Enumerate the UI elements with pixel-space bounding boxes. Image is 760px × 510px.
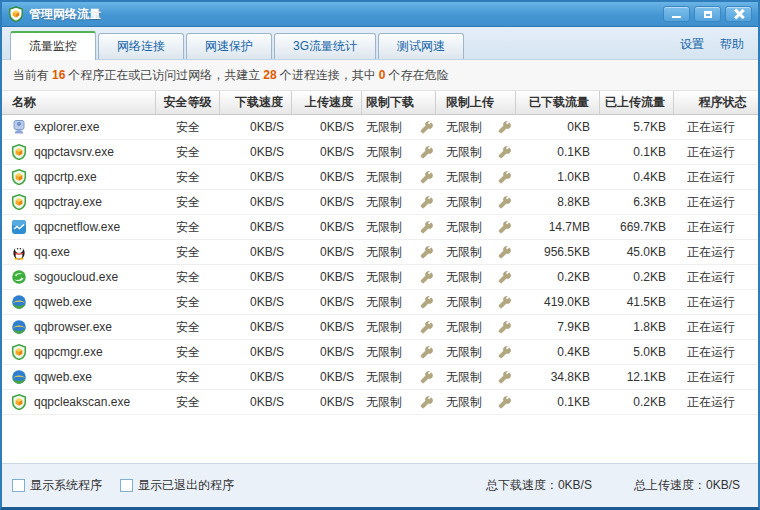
wrench-icon[interactable] <box>498 171 511 184</box>
table-header: 名称 安全等级 下载速度 上传速度 限制下载 限制上传 已下载流量 已上传流量 … <box>2 91 758 115</box>
column-header-status[interactable]: 程序状态 <box>674 91 758 114</box>
close-icon <box>734 9 744 19</box>
wrench-icon[interactable] <box>498 121 511 134</box>
process-name: qqpcrtp.exe <box>34 170 97 184</box>
table-row[interactable]: qqweb.exe安全0KB/S0KB/S无限制无限制419.0KB41.5KB… <box>2 290 758 315</box>
download-speed-cell-text: 0KB/S <box>250 220 284 234</box>
table-row[interactable]: qqpcleakscan.exe安全0KB/S0KB/S无限制无限制0.1KB0… <box>2 390 758 415</box>
table-row[interactable]: qqpctray.exe安全0KB/S0KB/S无限制无限制8.8KB6.3KB… <box>2 190 758 215</box>
column-header-up-speed[interactable]: 上传速度 <box>292 91 362 114</box>
column-header-uploaded[interactable]: 已上传流量 <box>600 91 674 114</box>
wrench-icon[interactable] <box>498 271 511 284</box>
wrench-icon[interactable] <box>420 396 433 409</box>
table-empty-space <box>2 415 758 463</box>
wrench-icon[interactable] <box>420 271 433 284</box>
table-row[interactable]: explorer.exe安全0KB/S0KB/S无限制无限制0KB5.7KB正在… <box>2 115 758 140</box>
process-status-cell-text: 正在运行 <box>687 394 735 411</box>
download-speed-cell-text: 0KB/S <box>250 370 284 384</box>
process-status-cell-text: 正在运行 <box>687 319 735 336</box>
wrench-icon[interactable] <box>498 246 511 259</box>
tab-traffic-monitor[interactable]: 流量监控 <box>10 31 96 60</box>
column-header-downloaded[interactable]: 已下载流量 <box>516 91 600 114</box>
uploaded-total-cell-text: 0.2KB <box>633 395 666 409</box>
download-speed-cell-text: 0KB/S <box>250 145 284 159</box>
table-row[interactable]: qq.exe安全0KB/S0KB/S无限制无限制956.5KB45.0KB正在运… <box>2 240 758 265</box>
table-row[interactable]: qqpcmgr.exe安全0KB/S0KB/S无限制无限制0.4KB5.0KB正… <box>2 340 758 365</box>
wrench-icon[interactable] <box>420 246 433 259</box>
connection-count: 28 <box>260 68 279 82</box>
download-speed-cell-text: 0KB/S <box>250 345 284 359</box>
upload-speed-cell: 0KB/S <box>292 165 362 189</box>
table-row[interactable]: qqbrowser.exe安全0KB/S0KB/S无限制无限制7.9KB1.8K… <box>2 315 758 340</box>
process-name: sogoucloud.exe <box>34 270 118 284</box>
table-row[interactable]: qqpcrtp.exe安全0KB/S0KB/S无限制无限制1.0KB0.4KB正… <box>2 165 758 190</box>
wrench-icon[interactable] <box>420 121 433 134</box>
tab-speed-test[interactable]: 测试网速 <box>378 33 464 59</box>
downloaded-total-cell-text: 0.4KB <box>557 345 590 359</box>
download-speed-cell: 0KB/S <box>220 190 292 214</box>
process-status-cell: 正在运行 <box>674 315 758 339</box>
tab-network-connections[interactable]: 网络连接 <box>98 33 184 59</box>
security-level-cell-text: 安全 <box>176 394 200 411</box>
uploaded-total-cell: 0.1KB <box>600 140 674 164</box>
wrench-icon[interactable] <box>420 221 433 234</box>
show-exited-programs-checkbox[interactable] <box>120 479 133 492</box>
wrench-icon[interactable] <box>498 321 511 334</box>
help-link[interactable]: 帮助 <box>720 36 744 53</box>
column-header-down-speed[interactable]: 下载速度 <box>220 91 292 114</box>
tab-3g-traffic-stats[interactable]: 3G流量统计 <box>274 33 376 59</box>
process-status-cell-text: 正在运行 <box>687 369 735 386</box>
uploaded-total-cell-text: 45.0KB <box>627 245 666 259</box>
security-level-cell: 安全 <box>156 115 220 139</box>
wrench-icon[interactable] <box>420 196 433 209</box>
uploaded-total-cell: 5.0KB <box>600 340 674 364</box>
process-name-cell: qqpcmgr.exe <box>2 340 156 364</box>
wrench-icon[interactable] <box>420 146 433 159</box>
process-name-cell: qqpctray.exe <box>2 190 156 214</box>
process-table-body: explorer.exe安全0KB/S0KB/S无限制无限制0KB5.7KB正在… <box>2 115 758 415</box>
wrench-icon[interactable] <box>420 371 433 384</box>
table-row[interactable]: qqpcnetflow.exe安全0KB/S0KB/S无限制无限制14.7MB6… <box>2 215 758 240</box>
minimize-icon <box>672 16 681 18</box>
browser-icon <box>11 294 27 310</box>
column-header-limit-up[interactable]: 限制上传 <box>436 91 516 114</box>
downloaded-total-cell-text: 1.0KB <box>557 170 590 184</box>
tab-speed-protection[interactable]: 网速保护 <box>186 33 272 59</box>
downloaded-total-cell: 956.5KB <box>516 240 600 264</box>
download-speed-cell-text: 0KB/S <box>250 320 284 334</box>
upload-speed-cell-text: 0KB/S <box>320 345 354 359</box>
show-system-programs-toggle[interactable]: 显示系统程序 <box>12 477 102 494</box>
wrench-icon[interactable] <box>498 221 511 234</box>
table-row[interactable]: qqweb.exe安全0KB/S0KB/S无限制无限制34.8KB12.1KB正… <box>2 365 758 390</box>
wrench-icon[interactable] <box>498 396 511 409</box>
column-header-name[interactable]: 名称 <box>2 91 156 114</box>
column-header-security[interactable]: 安全等级 <box>156 91 220 114</box>
wrench-icon[interactable] <box>498 371 511 384</box>
downloaded-total-cell: 34.8KB <box>516 365 600 389</box>
wrench-icon[interactable] <box>420 171 433 184</box>
table-row[interactable]: qqpctavsrv.exe安全0KB/S0KB/S无限制无限制0.1KB0.1… <box>2 140 758 165</box>
wrench-icon[interactable] <box>420 346 433 359</box>
security-level-cell: 安全 <box>156 190 220 214</box>
security-level-cell-text: 安全 <box>176 294 200 311</box>
table-row[interactable]: sogoucloud.exe安全0KB/S0KB/S无限制无限制0.2KB0.2… <box>2 265 758 290</box>
danger-count: 0 <box>376 68 389 82</box>
minimize-button[interactable] <box>663 6 690 22</box>
show-exited-programs-toggle[interactable]: 显示已退出的程序 <box>120 477 234 494</box>
wrench-icon[interactable] <box>420 321 433 334</box>
settings-link[interactable]: 设置 <box>680 36 704 53</box>
shield-icon <box>11 394 27 410</box>
show-system-programs-checkbox[interactable] <box>12 479 25 492</box>
wrench-icon[interactable] <box>420 296 433 309</box>
column-header-limit-down[interactable]: 限制下载 <box>362 91 436 114</box>
wrench-icon[interactable] <box>498 296 511 309</box>
process-status-cell: 正在运行 <box>674 290 758 314</box>
wrench-icon[interactable] <box>498 346 511 359</box>
wrench-icon[interactable] <box>498 146 511 159</box>
process-name-cell: qqweb.exe <box>2 365 156 389</box>
limit-upload-cell-text: 无限制 <box>446 119 482 136</box>
wrench-icon[interactable] <box>498 196 511 209</box>
close-button[interactable] <box>725 6 752 22</box>
maximize-button[interactable] <box>694 6 721 22</box>
downloaded-total-cell: 0KB <box>516 115 600 139</box>
